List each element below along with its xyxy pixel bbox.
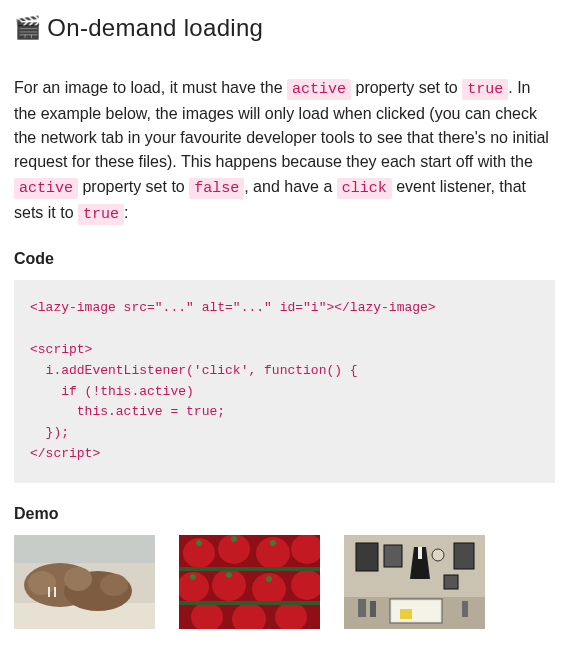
code-block: <lazy-image src="..." alt="..." id="i"><… [14, 280, 555, 482]
svg-point-6 [64, 567, 92, 591]
demo-heading: Demo [14, 505, 555, 523]
svg-rect-41 [358, 599, 366, 617]
svg-point-28 [226, 572, 232, 578]
svg-point-27 [190, 574, 196, 580]
svg-rect-33 [356, 543, 378, 571]
code-false: false [189, 178, 244, 199]
walruses-thumb[interactable] [14, 535, 155, 629]
svg-point-37 [432, 549, 444, 561]
svg-point-24 [196, 540, 202, 546]
svg-rect-8 [48, 587, 50, 597]
svg-point-26 [270, 540, 276, 546]
intro-text: : [124, 204, 128, 221]
clapperboard-icon: 🎬 [14, 15, 41, 41]
code-true-2: true [78, 204, 124, 225]
intro-text: property set to [78, 178, 189, 195]
code-true-1: true [462, 79, 508, 100]
intro-text: property set to [351, 79, 462, 96]
svg-rect-35 [454, 543, 474, 569]
code-heading: Code [14, 250, 555, 268]
page-title: 🎬 On-demand loading [14, 14, 555, 42]
svg-rect-39 [392, 601, 440, 621]
svg-point-29 [266, 576, 272, 582]
svg-rect-43 [462, 601, 468, 617]
svg-point-5 [28, 571, 56, 595]
intro-text: , and have a [244, 178, 337, 195]
code-active-2: active [14, 178, 78, 199]
svg-rect-22 [179, 567, 320, 571]
code-active-1: active [287, 79, 351, 100]
svg-rect-2 [14, 535, 155, 563]
svg-rect-40 [400, 609, 412, 619]
intro-paragraph: For an image to load, it must have the a… [14, 76, 555, 226]
svg-rect-42 [370, 601, 376, 617]
demo-thumbnails [14, 535, 555, 629]
page-title-text: On-demand loading [47, 14, 263, 42]
svg-point-25 [231, 536, 237, 542]
code-click: click [337, 178, 392, 199]
shop-interior-thumb[interactable] [344, 535, 485, 629]
intro-text: For an image to load, it must have the [14, 79, 287, 96]
svg-point-7 [100, 574, 128, 596]
strawberries-thumb[interactable] [179, 535, 320, 629]
svg-rect-9 [54, 587, 56, 597]
svg-rect-36 [444, 575, 458, 589]
svg-rect-23 [179, 601, 320, 605]
svg-rect-34 [384, 545, 402, 567]
